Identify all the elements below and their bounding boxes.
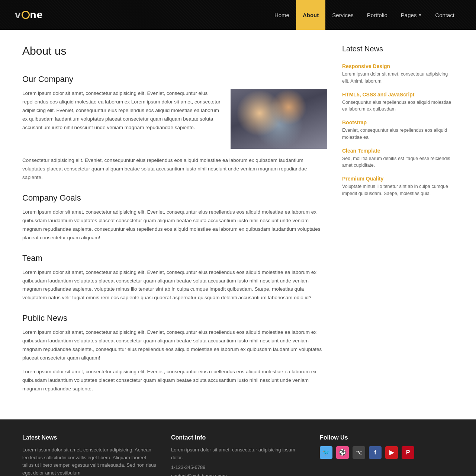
nav-contact[interactable]: Contact: [428, 0, 461, 30]
company-text: Lorem ipsum dolor sit amet, consectetur …: [22, 89, 223, 149]
header: vne Home About Services Portfolio Pages …: [0, 0, 476, 30]
logo-ne: ne: [30, 9, 43, 21]
main-nav: Home About Services Portfolio Pages ▼ Co…: [268, 0, 461, 30]
sidebar-news-item-3: Clean Template Sed, mollitia earum debit…: [342, 148, 454, 169]
main-content: About us Our Company Lorem ipsum dolor s…: [22, 45, 327, 405]
social-icon-github[interactable]: ⌥: [353, 446, 365, 459]
sidebar-latest-news-title: Latest News: [342, 45, 454, 57]
nav-portfolio[interactable]: Portfolio: [360, 0, 394, 30]
sidebar-news-desc-3: Sed, mollitia earum debitis est itaque e…: [342, 155, 454, 169]
sidebar-news-desc-2: Eveniet, consequuntur eius repellendus e…: [342, 127, 454, 141]
team-heading: Team: [22, 253, 327, 263]
footer-phone[interactable]: 1-123-345-6789: [171, 464, 305, 470]
footer: Latest News Lorem ipsum dolor sit amet, …: [0, 419, 476, 476]
section-our-company: Our Company Lorem ipsum dolor sit amet, …: [22, 74, 327, 182]
footer-grid: Latest News Lorem ipsum dolor sit amet, …: [22, 434, 454, 476]
sidebar-news-item-1: HTML5, CSS3 and JavaScript Consequuntur …: [342, 92, 454, 113]
company-section: Lorem ipsum dolor sit amet, consectetur …: [22, 89, 327, 149]
social-icon-dribbble[interactable]: ⚽: [336, 446, 349, 459]
sidebar-news-desc-1: Consequuntur eius repellendus eos aliqui…: [342, 99, 454, 113]
sidebar-news-link-4[interactable]: Premium Quality: [342, 176, 454, 182]
caret-icon: ▼: [418, 13, 422, 17]
our-company-heading: Our Company: [22, 74, 327, 84]
footer-latest-news-text: Lorem ipsum dolor sit amet, consectetur …: [22, 446, 156, 476]
footer-email[interactable]: contact@webthemez.com: [171, 473, 305, 476]
company-image: [231, 89, 327, 149]
footer-contact-title: Contact Info: [171, 434, 305, 441]
sidebar-news-desc-4: Voluptate minus illo tenetur sint ab in …: [342, 183, 454, 197]
public-news-para-2: Lorem ipsum dolor sit amet, consectetur …: [22, 368, 327, 393]
company-goals-para-1: Lorem ipsum dolor sit amet, consectetur …: [22, 208, 327, 242]
footer-contact-info: Contact Info Lorem ipsum dolor sit amet,…: [171, 434, 305, 476]
social-icon-twitter[interactable]: 🐦: [320, 446, 332, 459]
sidebar-news-desc-0: Lorem ipsum dolor sit amet, consectetur …: [342, 71, 454, 85]
page-title: About us: [22, 45, 327, 63]
company-photo: [231, 89, 327, 149]
section-public-news: Public News Lorem ipsum dolor sit amet, …: [22, 313, 327, 393]
sidebar-news-link-1[interactable]: HTML5, CSS3 and JavaScript: [342, 92, 454, 98]
public-news-para-1: Lorem ipsum dolor sit amet, consectetur …: [22, 328, 327, 362]
sidebar-news-item-4: Premium Quality Voluptate minus illo ten…: [342, 176, 454, 197]
footer-latest-news: Latest News Lorem ipsum dolor sit amet, …: [22, 434, 156, 476]
footer-follow-us: Follow Us 🐦⚽⌥f▶P: [320, 434, 454, 476]
nav-about[interactable]: About: [296, 0, 325, 30]
social-icon-pinterest[interactable]: P: [402, 446, 414, 459]
nav-home[interactable]: Home: [268, 0, 296, 30]
nav-services[interactable]: Services: [325, 0, 360, 30]
sidebar-news-link-3[interactable]: Clean Template: [342, 148, 454, 154]
social-icons: 🐦⚽⌥f▶P: [320, 446, 454, 459]
company-para-1: Lorem ipsum dolor sit amet, consectetur …: [22, 89, 223, 132]
logo[interactable]: vne: [15, 9, 43, 21]
section-team: Team Lorem ipsum dolor sit amet, consect…: [22, 253, 327, 303]
sidebar-news-link-0[interactable]: Responsive Design: [342, 63, 454, 69]
sidebar-news-item-0: Responsive Design Lorem ipsum dolor sit …: [342, 63, 454, 85]
sidebar-news-list: Responsive Design Lorem ipsum dolor sit …: [342, 63, 454, 197]
team-para-1: Lorem ipsum dolor sit amet, consectetur …: [22, 268, 327, 303]
logo-v: v: [15, 9, 21, 21]
sidebar-news-item-2: Bootstrap Eveniet, consequuntur eius rep…: [342, 119, 454, 141]
sidebar: Latest News Responsive Design Lorem ipsu…: [342, 45, 454, 405]
section-company-goals: Company Goals Lorem ipsum dolor sit amet…: [22, 193, 327, 242]
company-para-2: Consectetur adipisicing elit. Eveniet, c…: [22, 156, 327, 182]
company-goals-heading: Company Goals: [22, 193, 327, 203]
sidebar-news-link-2[interactable]: Bootstrap: [342, 119, 454, 125]
social-icon-youtube[interactable]: ▶: [385, 446, 398, 459]
footer-latest-news-title: Latest News: [22, 434, 156, 441]
footer-follow-title: Follow Us: [320, 434, 454, 441]
nav-pages[interactable]: Pages ▼: [394, 0, 428, 30]
main-layout: About us Our Company Lorem ipsum dolor s…: [0, 30, 476, 419]
footer-contact-text: Lorem ipsum dolor sit amet, consectetur …: [171, 446, 305, 462]
logo-o: [22, 11, 30, 19]
social-icon-facebook[interactable]: f: [369, 446, 382, 459]
public-news-heading: Public News: [22, 313, 327, 323]
